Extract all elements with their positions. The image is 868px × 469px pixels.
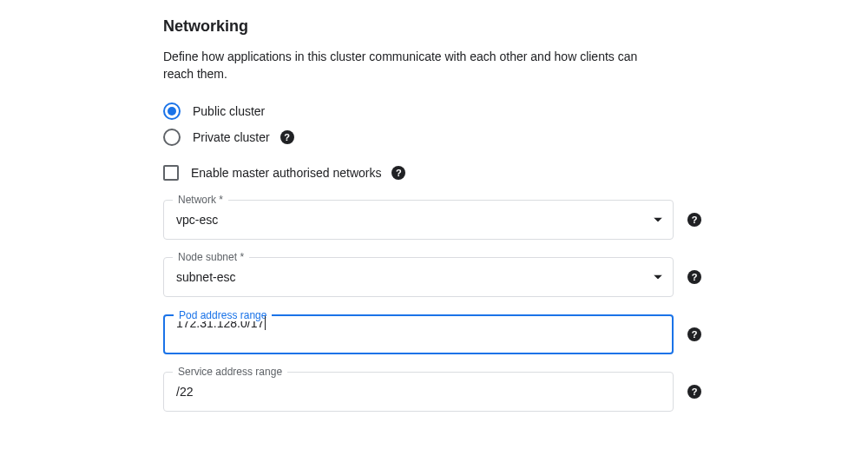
- help-icon[interactable]: ?: [687, 327, 701, 341]
- pod-range-input-wrapper: Pod address range 172.31.128.0/17: [163, 314, 674, 354]
- help-icon[interactable]: ?: [280, 130, 294, 144]
- help-icon[interactable]: ?: [687, 270, 701, 284]
- help-icon[interactable]: ?: [687, 213, 701, 227]
- networking-description: Define how applications in this cluster …: [163, 48, 658, 83]
- help-icon[interactable]: ?: [391, 166, 405, 180]
- private-cluster-radio[interactable]: [163, 129, 181, 146]
- chevron-down-icon[interactable]: [654, 217, 662, 221]
- text-caret-icon: [265, 316, 266, 330]
- public-cluster-radio[interactable]: [163, 102, 181, 120]
- service-range-field-row: Service address range ?: [163, 372, 701, 412]
- service-range-label: Service address range: [173, 366, 287, 378]
- private-cluster-row: Private cluster ?: [163, 129, 868, 146]
- chevron-down-icon[interactable]: [654, 274, 662, 279]
- private-cluster-label: Private cluster: [193, 130, 270, 144]
- public-cluster-label: Public cluster: [193, 104, 265, 118]
- public-cluster-row: Public cluster: [163, 102, 868, 120]
- master-auth-row: Enable master authorised networks ?: [163, 165, 868, 181]
- cluster-visibility-radio-group: Public cluster Private cluster ?: [163, 102, 868, 146]
- networking-heading: Networking: [163, 17, 868, 36]
- master-auth-label: Enable master authorised networks: [191, 166, 381, 180]
- pod-range-label: Pod address range: [174, 309, 272, 321]
- service-range-input-wrapper: Service address range: [163, 372, 674, 412]
- node-subnet-label: Node subnet *: [173, 251, 249, 263]
- network-label: Network *: [173, 194, 228, 206]
- network-select[interactable]: Network * vpc-esc: [163, 200, 674, 240]
- network-field-row: Network * vpc-esc ?: [163, 200, 701, 240]
- network-value: vpc-esc: [164, 201, 638, 227]
- pod-range-field-row: Pod address range 172.31.128.0/17 ?: [163, 314, 701, 354]
- help-icon[interactable]: ?: [687, 385, 701, 399]
- node-subnet-select[interactable]: Node subnet * subnet-esc: [163, 257, 674, 297]
- node-subnet-field-row: Node subnet * subnet-esc ?: [163, 257, 701, 297]
- master-auth-checkbox[interactable]: [163, 165, 179, 181]
